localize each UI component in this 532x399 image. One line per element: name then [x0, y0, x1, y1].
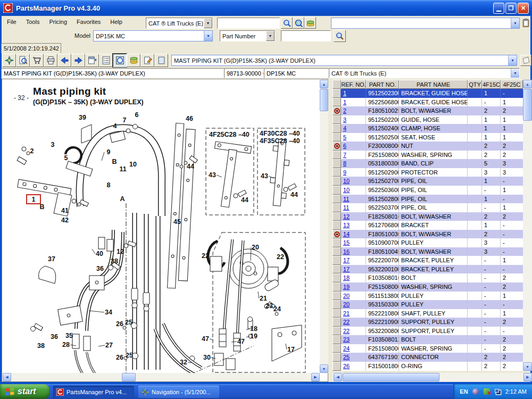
- list-view-button[interactable]: [99, 54, 113, 67]
- diagram-callout[interactable]: 18: [250, 325, 257, 332]
- diagram-callout[interactable]: 36: [96, 265, 104, 272]
- language-indicator[interactable]: EN: [460, 388, 468, 395]
- table-row[interactable]: 39512502200GUIDE, HOSE11: [332, 115, 523, 124]
- menu-tools[interactable]: Tools: [21, 18, 45, 26]
- table-row[interactable]: 219522210800SHAFT, PULLEY-1: [332, 309, 523, 318]
- table-row[interactable]: 14F180510030BOLT, W/WASHER2-: [332, 230, 523, 239]
- scroll-up-button[interactable]: ▲: [523, 80, 532, 88]
- part-search-input[interactable]: [281, 30, 331, 41]
- info-catalog-combo[interactable]: CAT ® Lift Trucks (E): [329, 68, 520, 78]
- table-row[interactable]: 59512502500SEAT, HOSE11: [332, 133, 523, 142]
- blank-page-button[interactable]: [154, 54, 168, 67]
- diagram-callout[interactable]: 47: [202, 335, 209, 343]
- dropdown-arrow-icon[interactable]: [511, 69, 519, 78]
- diagram-callout[interactable]: 37: [48, 255, 55, 263]
- search-model-button[interactable]: [293, 17, 304, 29]
- minimize-button[interactable]: ▁: [493, 3, 504, 14]
- ref-link[interactable]: 11: [341, 195, 366, 204]
- diagram-callout[interactable]: 28: [62, 341, 70, 348]
- table-hscrollbar[interactable]: ◀ ▶: [332, 373, 532, 381]
- diagram-callout[interactable]: 40: [96, 250, 103, 257]
- table-row[interactable]: 80531800300BAND, CLIP53: [332, 159, 523, 168]
- diagram-callout[interactable]: 11: [119, 165, 126, 173]
- col-4f15c[interactable]: 4F15C: [482, 80, 501, 89]
- search-document-button[interactable]: [16, 54, 30, 67]
- ref-link[interactable]: 17: [341, 265, 366, 274]
- start-button[interactable]: start: [0, 384, 50, 399]
- diagram-callout[interactable]: 25: [126, 352, 133, 359]
- navigation-button[interactable]: [2, 54, 16, 67]
- scroll-up-button[interactable]: ▲: [320, 80, 328, 88]
- index-view-button[interactable]: [85, 54, 99, 67]
- menu-pricing[interactable]: Pricing: [44, 18, 72, 26]
- session-timestamp-tab[interactable]: 5/1/2008 2:10:19.242: [1, 43, 61, 53]
- ref-link[interactable]: 15: [341, 238, 366, 247]
- ref-link[interactable]: 20: [341, 300, 366, 309]
- maximize-button[interactable]: ❐: [505, 3, 517, 14]
- image-view-button[interactable]: [113, 54, 127, 67]
- ref-link[interactable]: 10: [341, 186, 366, 195]
- table-row[interactable]: 209511513800PULLEY-1: [332, 292, 523, 301]
- table-row[interactable]: 6F230008000NUT22: [332, 142, 523, 151]
- dropdown-arrow-icon[interactable]: [204, 18, 212, 28]
- diagram-callout[interactable]: 3: [51, 141, 55, 148]
- diagram-callout[interactable]: 2: [30, 147, 34, 155]
- diagram-callout[interactable]: 24: [273, 305, 281, 313]
- diagram-callout[interactable]: 12: [117, 248, 124, 255]
- col-qty[interactable]: QTY: [468, 80, 482, 89]
- back-button[interactable]: [57, 54, 71, 67]
- table-row[interactable]: 119522503700PIPE, OIL-1: [332, 203, 523, 212]
- col-4f25c[interactable]: 4F25C: [501, 80, 523, 89]
- catalog-combo[interactable]: CAT ® Lift Trucks (E): [146, 18, 213, 29]
- diagram-callout[interactable]: 46: [186, 115, 193, 122]
- safely-remove-tray-icon[interactable]: ✕: [483, 388, 491, 395]
- cart-button[interactable]: [30, 54, 44, 67]
- hscroll-thumb[interactable]: [122, 373, 136, 381]
- table-row[interactable]: 49512502400CLAMP, HOSE11: [332, 124, 523, 133]
- ref-link[interactable]: 19: [341, 282, 366, 292]
- vscroll-thumb[interactable]: [523, 89, 532, 121]
- part-search-go-button[interactable]: [334, 30, 346, 42]
- dropdown-arrow-icon[interactable]: [204, 31, 212, 41]
- diagram-callout[interactable]: 10: [129, 161, 137, 168]
- diagram-callout[interactable]: 23: [265, 302, 273, 310]
- ref-link[interactable]: 10: [341, 177, 366, 186]
- section-combo[interactable]: MAST PIPING KIT (G(D)P15K-35K) (3-WAY DU…: [171, 55, 517, 66]
- scroll-left-button[interactable]: ◀: [334, 373, 342, 381]
- diagram-callout[interactable]: 4: [113, 122, 117, 130]
- diagram-callout[interactable]: 43: [261, 172, 268, 180]
- table-row[interactable]: 24F251508000WASHER, SPRING-2: [332, 344, 523, 353]
- diagram-callout[interactable]: 42: [61, 217, 69, 224]
- diagram-callout[interactable]: 45: [173, 218, 181, 226]
- diagram-callout[interactable]: B: [112, 158, 117, 165]
- diagram-callout[interactable]: 6: [135, 111, 139, 119]
- diagram-callout[interactable]: 34: [105, 309, 112, 316]
- diagram-callout[interactable]: 17: [287, 346, 295, 353]
- diagram-callout[interactable]: 41: [61, 207, 69, 214]
- table-row[interactable]: 109522503600PIPE, OIL-1: [332, 186, 523, 195]
- table-row[interactable]: 7F251508000WASHER, SPRING22: [332, 151, 523, 160]
- table-row[interactable]: 159510900700PULLEY3-: [332, 238, 523, 247]
- table-row[interactable]: 209531503300PULLEY--: [332, 300, 523, 309]
- ref-link[interactable]: 23: [341, 335, 366, 344]
- scroll-down-button[interactable]: ▼: [523, 362, 532, 371]
- table-row[interactable]: 229522210900SUPPORT, PULLEY-2: [332, 318, 523, 327]
- ref-link[interactable]: 18: [341, 273, 366, 282]
- volume-tray-icon[interactable]: [472, 388, 479, 395]
- diagram-callout[interactable]: 9: [107, 148, 111, 156]
- ref-link[interactable]: 11: [341, 203, 366, 212]
- notes-button[interactable]: [140, 54, 154, 67]
- pricing-button[interactable]: [304, 17, 316, 29]
- diagram-callout[interactable]: 38: [37, 342, 45, 350]
- table-row[interactable]: 179522200700BRACKET, PULLEY-1: [332, 256, 523, 265]
- ref-link[interactable]: 7: [341, 151, 366, 160]
- menu-favorites[interactable]: Favorites: [72, 18, 105, 26]
- dropdown-arrow-icon[interactable]: [266, 31, 275, 41]
- ref-link[interactable]: 5: [341, 133, 366, 142]
- table-row[interactable]: 19512502300BRACKET, GUIDE HOSE1-: [332, 89, 523, 98]
- table-row[interactable]: 229532200800SUPPORT, PULLEY--: [332, 327, 523, 336]
- global-search-combo[interactable]: [331, 18, 520, 29]
- ref-link[interactable]: 1: [341, 89, 366, 98]
- diagram-callout[interactable]: 35: [65, 332, 73, 339]
- table-row[interactable]: 26F315001800O-RING22: [332, 362, 523, 371]
